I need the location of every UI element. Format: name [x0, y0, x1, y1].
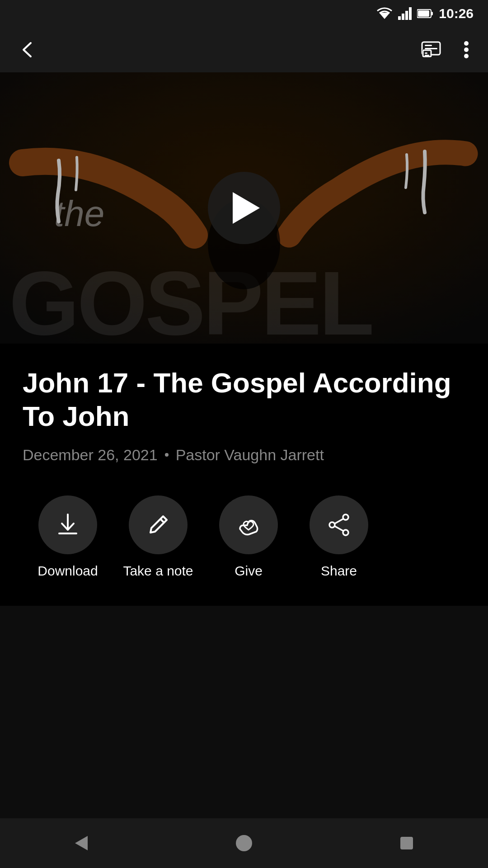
give-icon — [236, 513, 261, 537]
chat-button[interactable] — [418, 38, 445, 62]
wifi-icon — [376, 7, 393, 20]
svg-rect-14 — [425, 55, 429, 56]
nav-bar — [0, 27, 488, 72]
svg-line-30 — [335, 519, 343, 524]
svg-line-31 — [335, 526, 343, 531]
svg-rect-4 — [409, 7, 412, 20]
download-icon — [56, 513, 80, 537]
svg-point-33 — [236, 835, 252, 851]
battery-icon — [417, 9, 433, 19]
nav-home-button[interactable] — [227, 826, 261, 860]
svg-rect-10 — [425, 48, 437, 49]
svg-line-26 — [160, 519, 164, 523]
status-time: 10:26 — [439, 6, 474, 21]
give-label: Give — [235, 563, 263, 579]
share-action[interactable]: Share — [294, 495, 384, 579]
sermon-date: December 26, 2021 — [23, 446, 158, 464]
svg-point-16 — [464, 47, 469, 52]
nav-square-icon — [397, 833, 417, 853]
content-area: John 17 - The Gospel According To John D… — [0, 344, 488, 606]
svg-rect-2 — [402, 14, 404, 20]
more-options-icon — [463, 40, 470, 60]
download-button[interactable] — [38, 495, 97, 554]
give-action[interactable]: Give — [203, 495, 294, 579]
status-icons: 10:26 — [376, 6, 474, 21]
give-button[interactable] — [219, 495, 278, 554]
svg-marker-32 — [75, 836, 88, 850]
signal-icon — [398, 7, 412, 20]
note-button[interactable] — [129, 495, 188, 554]
sermon-title: John 17 - The Gospel According To John — [23, 366, 465, 434]
status-bar: 10:26 — [0, 0, 488, 27]
play-triangle-icon — [233, 192, 260, 224]
svg-marker-0 — [379, 13, 390, 19]
svg-rect-9 — [425, 45, 432, 46]
download-label: Download — [38, 563, 98, 579]
nav-back-button[interactable] — [64, 826, 99, 860]
nav-home-icon — [234, 833, 254, 853]
sermon-pastor: Pastor Vaughn Jarrett — [176, 446, 324, 464]
nav-right — [418, 36, 474, 63]
svg-rect-3 — [405, 11, 408, 20]
more-options-button[interactable] — [459, 36, 474, 63]
svg-rect-13 — [425, 52, 427, 54]
svg-rect-1 — [398, 16, 401, 20]
play-button[interactable] — [208, 172, 280, 244]
svg-point-15 — [464, 41, 469, 46]
actions-row: Download Take a note Give — [23, 495, 465, 579]
svg-point-27 — [343, 514, 348, 520]
note-label: Take a note — [123, 563, 193, 579]
video-thumbnail: the GOSPEL — [0, 72, 488, 344]
meta-separator — [165, 453, 169, 457]
note-icon — [146, 513, 170, 537]
svg-point-17 — [464, 54, 469, 58]
note-action[interactable]: Take a note — [113, 495, 203, 579]
nav-square-button[interactable] — [389, 826, 424, 860]
svg-rect-34 — [400, 837, 413, 849]
svg-point-29 — [329, 522, 335, 528]
nav-back-icon — [71, 833, 91, 853]
back-arrow-icon — [18, 41, 36, 59]
chat-icon — [421, 41, 441, 58]
back-button[interactable] — [14, 37, 40, 62]
bottom-nav — [0, 818, 488, 868]
download-action[interactable]: Download — [23, 495, 113, 579]
svg-point-28 — [343, 530, 348, 535]
nav-left — [14, 37, 40, 62]
share-button[interactable] — [310, 495, 368, 554]
share-icon — [327, 513, 351, 537]
sermon-meta: December 26, 2021 Pastor Vaughn Jarrett — [23, 446, 465, 464]
share-label: Share — [321, 563, 357, 579]
svg-rect-7 — [418, 10, 429, 17]
svg-rect-6 — [431, 12, 433, 15]
